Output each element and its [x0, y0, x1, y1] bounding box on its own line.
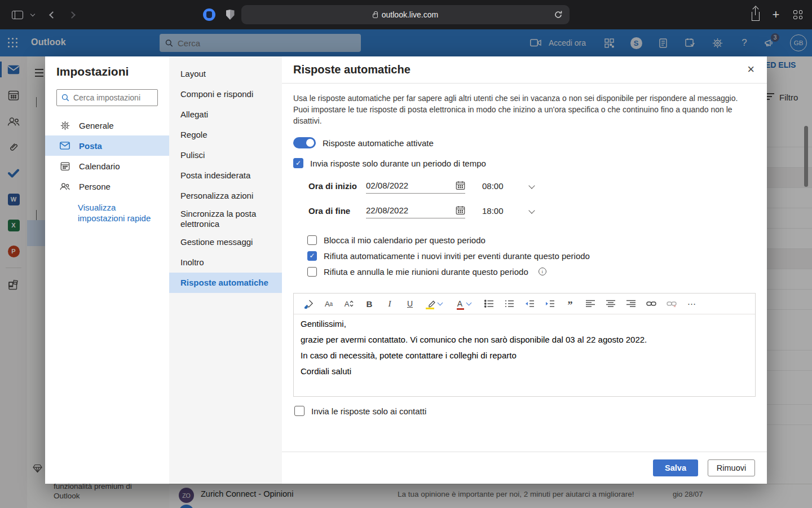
message-paragraph: Cordiali saluti: [301, 366, 748, 376]
panel-title: Risposte automatiche: [293, 63, 411, 76]
font-size-icon[interactable]: A: [342, 296, 356, 311]
panel-description: Usa le risposte automatiche per far sape…: [293, 93, 756, 126]
option-row: ✓ Rifiuta automaticamente i nuovi inviti…: [307, 248, 756, 264]
section-posta-indesiderata[interactable]: Posta indesiderata: [169, 165, 282, 186]
content-blocker-icon[interactable]: [202, 0, 217, 29]
info-icon[interactable]: i: [539, 268, 546, 275]
align-center-icon[interactable]: [604, 296, 617, 311]
calendar-picker-icon[interactable]: [456, 181, 465, 190]
outdent-icon[interactable]: [523, 296, 536, 311]
start-time-row: Ora di inizio 02/08/2022 08:00: [293, 178, 756, 194]
calendar-picker-icon[interactable]: [456, 205, 465, 215]
browser-toolbar: outlook.live.com +: [0, 0, 812, 29]
section-sincronizza[interactable]: Sincronizza la posta elettronica: [169, 206, 282, 232]
forward-icon[interactable]: [64, 0, 79, 29]
end-time-chevron-icon[interactable]: [528, 207, 535, 213]
indent-icon[interactable]: [543, 296, 557, 311]
auto-reply-toggle-row: Risposte automatiche attivate: [293, 137, 756, 148]
start-time-value[interactable]: 08:00: [482, 181, 508, 191]
cancel-meetings-checkbox[interactable]: [307, 267, 317, 277]
gear-icon: [60, 121, 70, 130]
align-right-icon[interactable]: [624, 296, 638, 311]
end-time-row: Ora di fine 22/08/2022 18:00: [293, 203, 756, 218]
section-personalizza[interactable]: Personalizza azioni: [169, 186, 282, 206]
format-toolbar: Aa A B I U A: [294, 294, 755, 314]
section-risposte-automatiche[interactable]: Risposte automatiche: [169, 273, 282, 293]
block-calendar-checkbox[interactable]: [307, 235, 317, 245]
save-button[interactable]: Salva: [653, 459, 698, 476]
remove-link-icon[interactable]: [665, 296, 678, 311]
category-persone[interactable]: Persone: [45, 176, 169, 196]
search-icon: [61, 93, 69, 102]
font-color-icon[interactable]: A: [453, 296, 475, 311]
decline-invites-checkbox[interactable]: ✓: [307, 251, 317, 261]
highlight-color-icon[interactable]: [423, 296, 446, 311]
bullet-list-icon[interactable]: [482, 296, 496, 311]
section-componi[interactable]: Componi e rispondi: [169, 84, 282, 104]
align-left-icon[interactable]: [584, 296, 597, 311]
chevron-down-icon[interactable]: [438, 300, 443, 306]
bold-icon[interactable]: B: [363, 296, 376, 311]
section-gestione[interactable]: Gestione messaggi: [169, 232, 282, 252]
contacts-checkbox-row: Invia le risposte solo ai contatti: [293, 406, 756, 416]
message-paragraph: Gentilissimi,: [301, 319, 748, 329]
sidebar-toggle-icon[interactable]: [9, 0, 26, 29]
calendar-icon: [60, 161, 70, 171]
settings-title: Impostazioni: [45, 65, 169, 78]
reply-message-editor: Aa A B I U A: [293, 293, 756, 397]
close-icon[interactable]: ×: [747, 63, 754, 76]
font-name-icon[interactable]: Aa: [322, 296, 336, 311]
category-posta[interactable]: Posta: [45, 135, 169, 156]
chevron-down-icon[interactable]: [466, 300, 472, 306]
new-tab-icon[interactable]: +: [768, 0, 784, 29]
reload-icon[interactable]: [554, 10, 563, 19]
share-icon[interactable]: [748, 0, 764, 29]
remove-button[interactable]: Rimuovi: [708, 459, 755, 476]
italic-icon[interactable]: I: [383, 296, 396, 311]
url-text: outlook.live.com: [382, 10, 438, 19]
section-allegati[interactable]: Allegati: [169, 104, 282, 125]
auto-reply-toggle[interactable]: [293, 137, 316, 148]
settings-search-box[interactable]: [56, 89, 158, 106]
section-layout[interactable]: Layout: [169, 64, 282, 84]
insert-link-icon[interactable]: [645, 296, 658, 311]
contacts-only-checkbox[interactable]: [294, 406, 304, 416]
settings-search-input[interactable]: [73, 93, 153, 102]
period-options: Blocca il mio calendario per questo peri…: [293, 232, 756, 279]
numbered-list-icon[interactable]: [502, 296, 516, 311]
category-generale[interactable]: Generale: [45, 115, 169, 135]
toolbar-chevron-icon[interactable]: [27, 0, 38, 29]
address-bar[interactable]: outlook.live.com: [241, 5, 570, 24]
quote-icon[interactable]: ”: [563, 296, 577, 311]
period-checkbox[interactable]: ✓: [293, 158, 303, 168]
section-pulisci[interactable]: Pulisci: [169, 145, 282, 165]
end-time-value[interactable]: 18:00: [482, 206, 508, 216]
contacts-checkbox-label: Invia le risposte solo ai contatti: [311, 406, 426, 416]
privacy-shield-icon[interactable]: [223, 0, 237, 29]
back-icon[interactable]: [45, 0, 60, 29]
section-regole[interactable]: Regole: [169, 125, 282, 145]
section-inoltro[interactable]: Inoltro: [169, 252, 282, 273]
more-formatting-icon[interactable]: …: [685, 296, 699, 311]
underline-icon[interactable]: U: [403, 296, 417, 311]
option-label: Rifiuta automaticamente i nuovi inviti p…: [324, 251, 590, 261]
checkmark-icon: ✓: [295, 159, 301, 167]
lock-icon: [373, 14, 378, 18]
period-checkbox-label: Invia risposte solo durante un periodo d…: [310, 159, 486, 168]
quick-settings-link[interactable]: Visualizza impostazioni rapide: [78, 202, 151, 224]
option-label: Rifiuta e annulla le mie riunioni durant…: [324, 267, 528, 277]
reply-message-text[interactable]: Gentilissimi, grazie per avermi contatta…: [294, 314, 755, 396]
option-label: Blocca il mio calendario per questo peri…: [324, 235, 486, 245]
tab-overview-icon[interactable]: [789, 0, 806, 29]
end-date-field[interactable]: 22/08/2022: [366, 203, 465, 218]
checkmark-icon: ✓: [309, 252, 315, 260]
start-label: Ora di inizio: [308, 181, 359, 191]
start-date-field[interactable]: 02/08/2022: [366, 178, 465, 194]
start-time-chevron-icon[interactable]: [528, 182, 535, 189]
period-checkbox-row: ✓ Invia risposte solo durante un periodo…: [293, 158, 756, 168]
format-painter-icon[interactable]: [302, 296, 315, 311]
settings-nav: Impostazioni Generale Posta: [45, 56, 169, 484]
dialog-footer: Salva Rimuovi: [282, 452, 767, 484]
category-calendario[interactable]: Calendario: [45, 156, 169, 176]
auto-replies-panel: Risposte automatiche × Usa le risposte a…: [282, 56, 767, 484]
